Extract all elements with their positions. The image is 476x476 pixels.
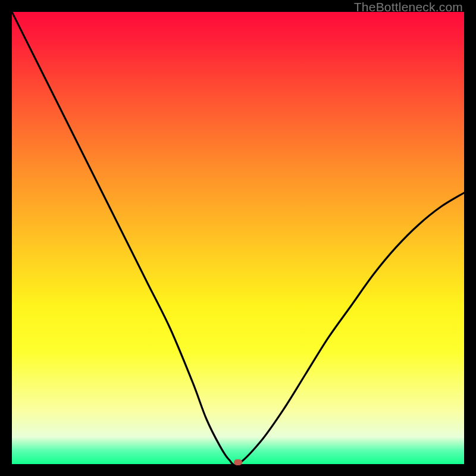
optimum-marker <box>234 459 242 465</box>
chart-frame: TheBottleneck.com <box>0 0 476 476</box>
plot-area <box>12 12 464 464</box>
bottleneck-curve <box>12 12 464 464</box>
curve-svg <box>12 12 464 464</box>
